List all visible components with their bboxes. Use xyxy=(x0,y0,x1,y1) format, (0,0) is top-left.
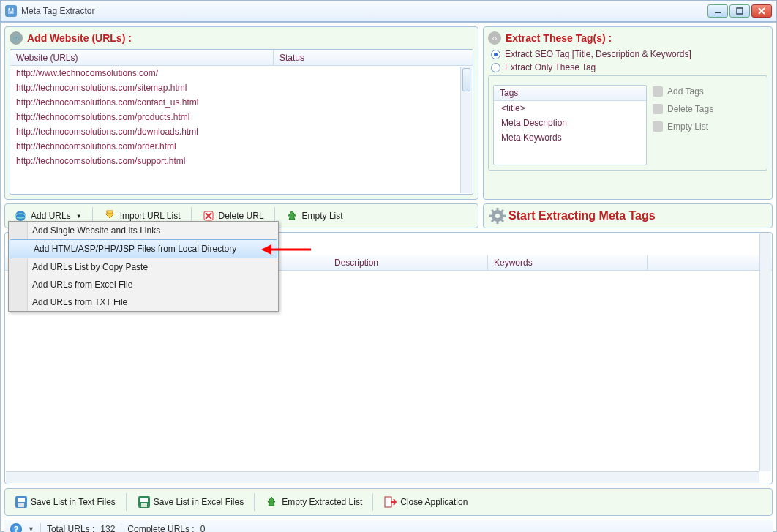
bottom-toolbar: Save List in Text Files Save List in Exc… xyxy=(4,488,773,516)
col-empty[interactable] xyxy=(648,261,772,265)
delete-tags-icon xyxy=(653,104,663,114)
empty-list-icon xyxy=(653,121,663,132)
add-tags-icon xyxy=(653,86,663,97)
svg-rect-3 xyxy=(737,8,743,14)
svg-point-13 xyxy=(495,214,500,218)
main-container: 🔗 Add Website (URLs) : Website (URLs) St… xyxy=(0,22,777,532)
toolbar-divider xyxy=(254,493,255,511)
radio-seo-label: Extract SEO Tag [Title, Description & Ke… xyxy=(505,49,691,59)
link-icon: 🔗 xyxy=(10,31,23,45)
gear-icon xyxy=(489,208,506,224)
status-bar: ? ▼ Total URLs : 132 Complete URLs : 0 xyxy=(4,520,773,532)
delete-tags-button[interactable]: Delete Tags xyxy=(653,104,713,114)
radio-only-label: Extract Only These Tag xyxy=(505,62,596,72)
menu-add-excel[interactable]: Add URLs from Excel File xyxy=(9,276,278,293)
url-list[interactable]: http://www.technocomsolutions.com/ http:… xyxy=(10,66,473,194)
url-row[interactable]: http://technocomsolutions.com/support.ht… xyxy=(10,154,473,168)
exit-icon xyxy=(383,495,397,509)
url-list-header: Website (URLs) Status xyxy=(10,50,473,66)
results-hscroll[interactable] xyxy=(6,471,759,483)
save-text-icon xyxy=(14,495,27,509)
menu-add-txt[interactable]: Add URLs from TXT File xyxy=(9,293,278,311)
svg-rect-8 xyxy=(107,211,113,214)
col-status[interactable]: Status xyxy=(274,50,473,65)
svg-rect-26 xyxy=(140,498,148,502)
svg-rect-27 xyxy=(141,503,147,507)
svg-line-21 xyxy=(492,220,494,222)
extract-heading: Extract These Tag(s) : xyxy=(506,32,612,44)
add-website-panel: 🔗 Add Website (URLs) : Website (URLs) St… xyxy=(4,26,478,200)
empty-url-button[interactable]: Empty List xyxy=(279,206,349,225)
radio-seo-dot xyxy=(491,50,500,59)
close-app-button[interactable]: Close Application xyxy=(378,492,473,512)
empty-extracted-button[interactable]: Empty Extracted List xyxy=(259,492,368,512)
titlebar: M Meta Tag Extractor xyxy=(0,0,777,22)
annotation-arrow xyxy=(261,241,312,258)
svg-line-20 xyxy=(501,210,503,212)
svg-point-6 xyxy=(15,211,26,221)
tag-row[interactable]: <title> xyxy=(494,101,646,116)
svg-marker-30 xyxy=(261,244,271,255)
url-row[interactable]: http://technocomsolutions.com/order.html xyxy=(10,139,473,154)
svg-rect-23 xyxy=(18,498,25,502)
add-tags-button[interactable]: Add Tags xyxy=(653,86,713,97)
app-icon: M xyxy=(5,5,17,17)
url-listbox: Website (URLs) Status http://www.technoc… xyxy=(10,49,473,195)
svg-line-19 xyxy=(501,220,503,222)
close-button[interactable] xyxy=(751,4,772,18)
save-excel-icon xyxy=(137,495,150,509)
url-row[interactable]: http://technocomsolutions.com/products.h… xyxy=(10,110,473,124)
dropdown-caret-icon: ▼ xyxy=(76,213,82,220)
menu-add-local-files[interactable]: Add HTML/ASP/PHP/JSP Files from Local Di… xyxy=(10,239,277,258)
radio-only[interactable]: Extract Only These Tag xyxy=(491,62,765,72)
url-row[interactable]: http://technocomsolutions.com/sitemap.ht… xyxy=(10,80,473,95)
radio-only-dot xyxy=(491,63,500,72)
col-keywords[interactable]: Keywords xyxy=(488,255,648,270)
recycle-icon xyxy=(265,495,278,509)
status-separator xyxy=(121,523,121,533)
svg-line-18 xyxy=(492,210,494,212)
start-extracting-button[interactable]: Start Extracting Meta Tags xyxy=(508,209,656,222)
menu-add-single[interactable]: Add Single Website and Its Links xyxy=(9,222,278,239)
minimize-button[interactable] xyxy=(707,4,728,18)
tags-listbox: Tags <title> Meta Description Meta Keywo… xyxy=(493,85,647,165)
svg-rect-24 xyxy=(18,503,24,507)
window-title: Meta Tag Extractor xyxy=(21,6,707,16)
col-description[interactable]: Description xyxy=(329,255,488,270)
url-row[interactable]: http://technocomsolutions.com/downloads.… xyxy=(10,124,473,139)
start-toolbar: Start Extracting Meta Tags xyxy=(483,203,773,228)
menu-add-copy-paste[interactable]: Add URLs List by Copy Paste xyxy=(9,258,278,276)
total-urls-label: Total URLs : xyxy=(47,524,94,533)
tags-header[interactable]: Tags xyxy=(494,86,646,101)
tag-row[interactable]: Meta Description xyxy=(494,116,646,130)
toolbar-divider xyxy=(372,493,373,511)
empty-list-button[interactable]: Empty List xyxy=(653,121,713,132)
radio-seo[interactable]: Extract SEO Tag [Title, Description & Ke… xyxy=(491,49,765,59)
url-row[interactable]: http://technocomsolutions.com/contact_us… xyxy=(10,95,473,110)
url-scrollbar[interactable] xyxy=(460,67,472,193)
help-icon[interactable]: ? xyxy=(10,523,22,533)
complete-urls-label: Complete URLs : xyxy=(127,524,194,533)
maximize-button[interactable] xyxy=(729,4,750,18)
toolbar-divider xyxy=(126,493,127,511)
window-controls xyxy=(707,4,772,18)
complete-urls-value: 0 xyxy=(200,524,206,533)
extract-tags-panel: ‹› Extract These Tag(s) : Extract SEO Ta… xyxy=(483,26,773,200)
svg-rect-28 xyxy=(385,497,391,507)
add-urls-menu: Add Single Website and Its Links Add HTM… xyxy=(8,221,279,312)
tag-row[interactable]: Meta Keywords xyxy=(494,130,646,145)
col-website[interactable]: Website (URLs) xyxy=(10,50,274,65)
chevron-down-icon[interactable]: ▼ xyxy=(28,525,34,533)
add-website-heading: Add Website (URLs) : xyxy=(27,32,132,44)
status-separator xyxy=(40,523,41,533)
tags-icon: ‹› xyxy=(488,31,501,45)
save-excel-button[interactable]: Save List in Excel Files xyxy=(131,492,249,512)
results-vscroll[interactable] xyxy=(759,233,771,471)
save-text-button[interactable]: Save List in Text Files xyxy=(8,492,121,512)
recycle-icon xyxy=(285,209,299,222)
total-urls-value: 132 xyxy=(100,524,115,533)
url-row[interactable]: http://www.technocomsolutions.com/ xyxy=(10,66,473,80)
svg-text:M: M xyxy=(8,7,14,15)
